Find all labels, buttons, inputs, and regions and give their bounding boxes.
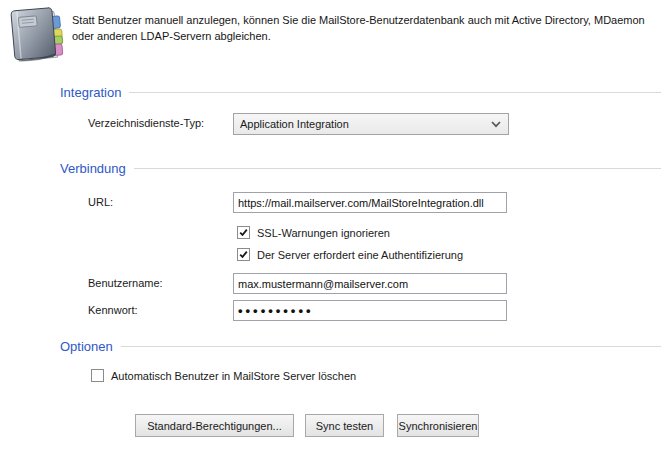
checkmark-icon [238, 249, 249, 260]
section-title-optionen: Optionen [60, 339, 113, 354]
checkmark-icon [238, 227, 249, 238]
auto-delete-checkbox[interactable]: Automatisch Benutzer in MailStore Server… [91, 369, 356, 382]
directory-sync-panel: Statt Benutzer manuell anzulegen, können… [0, 0, 666, 452]
directory-type-select[interactable]: Application Integration [233, 113, 509, 135]
password-input[interactable] [233, 300, 507, 321]
section-title-integration: Integration [60, 85, 121, 100]
section-title-verbindung: Verbindung [60, 161, 126, 176]
checkbox-box[interactable] [91, 369, 104, 382]
username-input[interactable] [233, 273, 507, 294]
auth-required-label[interactable]: Der Server erfordert eine Authentifizier… [257, 248, 463, 261]
username-label: Benutzername: [88, 277, 163, 289]
directory-type-label: Verzeichnisdienste-Typ: [88, 117, 204, 129]
url-input[interactable] [233, 192, 507, 213]
password-label: Kennwort: [88, 304, 138, 316]
chevron-down-icon [491, 121, 501, 128]
directory-type-value: Application Integration [240, 118, 349, 130]
section-rule [134, 168, 661, 169]
auth-required-checkbox[interactable]: Der Server erfordert eine Authentifizier… [237, 248, 463, 261]
section-rule [129, 92, 661, 93]
auto-delete-label[interactable]: Automatisch Benutzer in MailStore Server… [111, 369, 356, 382]
address-book-icon [8, 5, 64, 63]
ssl-warnings-checkbox[interactable]: SSL-Warnungen ignorieren [237, 226, 390, 239]
section-verbindung: Verbindung [60, 160, 661, 176]
synchronize-button[interactable]: Synchronisieren [397, 414, 479, 437]
section-rule [121, 346, 661, 347]
url-label: URL: [88, 196, 113, 208]
intro-text: Statt Benutzer manuell anzulegen, können… [72, 12, 666, 44]
default-permissions-button[interactable]: Standard-Berechtigungen... [135, 414, 294, 437]
ssl-warnings-label[interactable]: SSL-Warnungen ignorieren [257, 226, 390, 239]
section-optionen: Optionen [60, 338, 661, 354]
test-sync-button[interactable]: Sync testen [305, 414, 384, 437]
section-integration: Integration [60, 84, 661, 100]
checkbox-box[interactable] [237, 226, 250, 239]
checkbox-box[interactable] [237, 248, 250, 261]
